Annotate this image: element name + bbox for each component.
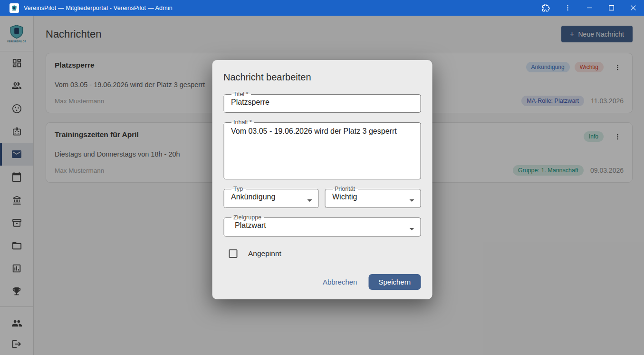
pinned-checkbox[interactable]	[229, 249, 237, 258]
close-icon[interactable]	[622, 0, 644, 16]
minimize-icon[interactable]	[578, 0, 600, 16]
chevron-down-icon	[409, 228, 414, 230]
dialog-title: Nachricht bearbeiten	[223, 72, 421, 83]
target-group-select-label: Zielgruppe	[231, 214, 264, 221]
target-group-select[interactable]: Zielgruppe Platzwart	[223, 214, 421, 237]
title-field-label: Titel *	[231, 91, 251, 98]
priority-select[interactable]: Priorität Wichtig	[325, 186, 421, 208]
content-field-label: Inhalt *	[231, 119, 254, 126]
type-select[interactable]: Typ Ankündigung	[223, 186, 318, 208]
title-input[interactable]	[230, 98, 414, 112]
save-button[interactable]: Speichern	[368, 274, 421, 290]
extensions-icon[interactable]	[535, 0, 557, 16]
edit-message-dialog: Nachricht bearbeiten Titel * Inhalt * Vo…	[212, 60, 432, 299]
content-textarea[interactable]: Vom 03.05 - 19.06.2026 wird der Platz 3 …	[230, 126, 414, 177]
window-title: VereinsPilot — Mitgliederportal - Verein…	[24, 5, 173, 11]
chevron-down-icon	[409, 199, 414, 202]
priority-select-label: Priorität	[332, 186, 357, 192]
title-field: Titel *	[223, 91, 421, 113]
priority-select-value: Wichtig	[331, 192, 414, 207]
app-logo-icon	[10, 3, 19, 13]
type-select-label: Typ	[231, 186, 245, 192]
chevron-down-icon	[307, 199, 312, 202]
target-group-select-value: Platzwart	[230, 221, 414, 236]
content-field: Inhalt * Vom 03.05 - 19.06.2026 wird der…	[223, 119, 421, 179]
maximize-icon[interactable]	[600, 0, 622, 16]
window-titlebar: VereinsPilot — Mitgliederportal - Verein…	[0, 0, 644, 16]
type-select-value: Ankündigung	[230, 192, 312, 207]
browser-menu-icon[interactable]	[557, 0, 578, 16]
pinned-checkbox-label: Angepinnt	[248, 249, 281, 258]
cancel-button[interactable]: Abbrechen	[316, 274, 364, 290]
